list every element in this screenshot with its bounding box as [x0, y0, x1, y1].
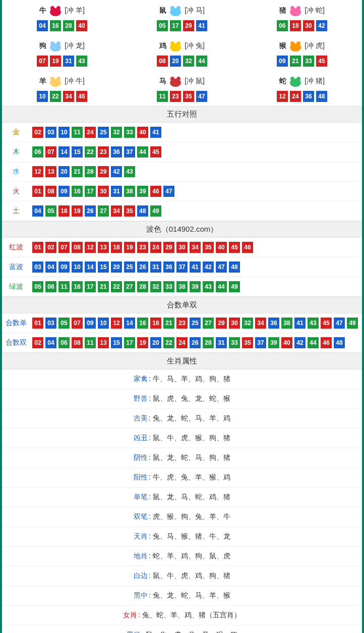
- zodiac-head: 牛 [冲 羊]: [2, 4, 122, 17]
- attr-row: 野兽: 鼠、虎、兔、龙、蛇、猴: [2, 389, 362, 409]
- zodiac-head: 猪 [冲 蛇]: [242, 4, 362, 17]
- number-chip: 19: [50, 56, 61, 67]
- number-chip: 30: [229, 318, 240, 329]
- number-chip: 33: [229, 337, 240, 348]
- attr-value: 鼠、牛、虎、鸡、狗、猪: [153, 571, 230, 579]
- attr-label: 地肖: [134, 552, 148, 560]
- number-chip: 26: [137, 261, 148, 273]
- number-chip: 41: [294, 318, 306, 329]
- data-row: 绿波 05061116172122272832333839434449: [2, 277, 362, 297]
- zodiac-conflict: [冲 虎]: [305, 41, 325, 50]
- svg-point-8: [296, 6, 300, 10]
- svg-point-5: [176, 6, 180, 10]
- attr-label: 天肖: [134, 532, 148, 540]
- number-chip: 40: [76, 20, 87, 31]
- number-chip: 36: [268, 318, 279, 329]
- heshu-rows: 合数单 010305070910121416182123252729303234…: [2, 313, 362, 353]
- number-chip: 08: [45, 186, 56, 197]
- number-chip: 15: [72, 146, 83, 157]
- number-chip: 42: [203, 261, 214, 273]
- row-nums: 02031011242532334041: [30, 127, 362, 138]
- number-chip: 14: [124, 318, 135, 329]
- number-chip: 11: [157, 91, 168, 102]
- attr-row: 白边: 鼠、牛、虎、鸡、狗、猪: [2, 566, 362, 586]
- number-chip: 49: [150, 205, 161, 217]
- number-chip: 14: [58, 146, 70, 157]
- zodiac-conflict: [冲 猪]: [305, 77, 325, 86]
- number-chip: 42: [294, 337, 306, 348]
- number-chip: 27: [203, 318, 214, 329]
- attr-row: 男肖: 鼠、牛、虎、龙、马、猴、狗: [2, 625, 362, 633]
- svg-point-7: [290, 6, 294, 10]
- chip-row: 04162840: [2, 20, 122, 31]
- attr-label: 阳性: [134, 473, 148, 481]
- number-chip: 30: [176, 242, 188, 253]
- zodiac-cell: 蛇 [冲 猪] 12243648: [242, 71, 362, 106]
- row-label: 土: [2, 206, 30, 216]
- attr-label: 男肖: [127, 630, 141, 633]
- attr-value: 牛、马、羊、鸡、狗、猪: [153, 375, 230, 383]
- svg-point-4: [170, 6, 174, 10]
- number-chip: 11: [85, 337, 96, 348]
- attr-value: 鼠、牛、虎、猴、狗、猪: [153, 434, 230, 442]
- zodiac-icon: [47, 39, 64, 52]
- zodiac-icon: [47, 75, 64, 88]
- number-chip: 27: [124, 281, 135, 292]
- number-chip: 16: [72, 281, 83, 292]
- number-chip: 45: [150, 146, 161, 157]
- chip-row: 11233547: [122, 91, 242, 102]
- number-chip: 48: [334, 337, 345, 348]
- row-nums: 0204060811131517192022242628313335373940…: [30, 337, 362, 348]
- attr-row: 家禽: 牛、马、羊、鸡、狗、猪: [2, 370, 362, 389]
- attr-label: 野兽: [134, 394, 148, 402]
- number-chip: 13: [98, 337, 109, 348]
- number-chip: 34: [63, 91, 74, 102]
- zodiac-icon: [287, 75, 304, 88]
- number-chip: 13: [45, 166, 56, 177]
- number-chip: 42: [111, 166, 122, 177]
- number-chip: 31: [150, 261, 161, 273]
- zodiac-conflict: [冲 马]: [185, 6, 205, 15]
- number-chip: 23: [176, 318, 188, 329]
- number-chip: 03: [32, 261, 43, 273]
- number-chip: 35: [183, 91, 194, 102]
- number-chip: 35: [124, 205, 135, 217]
- row-label: 绿波: [2, 282, 30, 291]
- number-chip: 45: [229, 242, 240, 253]
- number-chip: 37: [176, 261, 188, 273]
- attr-value: 牛、虎、兔、羊、猴、鸡: [153, 473, 230, 481]
- number-chip: 43: [308, 318, 319, 329]
- zodiac-name: 蛇: [279, 77, 286, 86]
- zodiac-conflict: [冲 兔]: [185, 41, 205, 50]
- zodiac-conflict: [冲 蛇]: [305, 6, 325, 15]
- data-row: 蓝波 03040910141520252631363741424748: [2, 257, 362, 277]
- number-chip: 44: [308, 337, 319, 348]
- number-chip: 30: [98, 186, 109, 197]
- attr-label: 女肖: [123, 611, 137, 619]
- number-chip: 46: [321, 337, 332, 348]
- zodiac-head: 狗 [冲 龙]: [2, 39, 122, 52]
- number-chip: 01: [32, 242, 43, 253]
- number-chip: 42: [316, 20, 327, 31]
- number-chip: 37: [124, 146, 135, 157]
- zodiac-cell: 羊 [冲 牛] 10223446: [2, 71, 122, 106]
- number-chip: 31: [63, 56, 74, 67]
- number-chip: 35: [242, 337, 253, 348]
- number-chip: 34: [111, 205, 122, 217]
- number-chip: 10: [72, 261, 83, 273]
- number-chip: 46: [150, 186, 161, 197]
- attr-label: 凶丑: [134, 434, 148, 442]
- row-label: 木: [2, 147, 30, 156]
- chip-row: 05172941: [122, 20, 242, 31]
- number-chip: 28: [137, 281, 148, 292]
- number-chip: 08: [72, 337, 83, 348]
- number-chip: 01: [32, 186, 43, 197]
- zodiac-conflict: [冲 牛]: [65, 77, 85, 86]
- number-chip: 19: [124, 242, 135, 253]
- zodiac-head: 羊 [冲 牛]: [2, 75, 122, 88]
- zodiac-conflict: [冲 羊]: [65, 6, 85, 15]
- number-chip: 21: [290, 56, 301, 67]
- number-chip: 39: [190, 281, 201, 292]
- number-chip: 24: [85, 127, 96, 138]
- wuxing-rows: 金 02031011242532334041 木 060714152223363…: [2, 123, 362, 221]
